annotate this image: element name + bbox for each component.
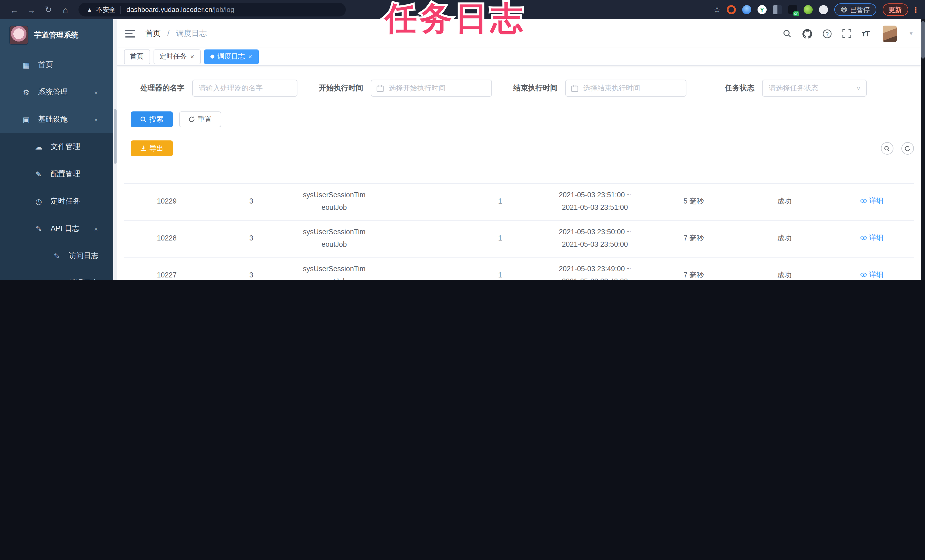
detail-link-label: 详细	[869, 269, 883, 280]
cell-actions: 详细	[830, 220, 914, 257]
back-icon[interactable]: ←	[6, 5, 23, 15]
browser-menu-icon[interactable]: ⋮	[912, 5, 919, 14]
filter-input[interactable]	[565, 80, 686, 97]
cell-log-id: 10229	[124, 183, 210, 220]
filter-text-input[interactable]	[767, 84, 854, 93]
tab-label: 调度日志	[217, 52, 245, 62]
cell-actions: 详细	[830, 183, 914, 220]
address-bar[interactable]: ▲ 不安全 dashboard.yudao.iocoder.cn /job/lo…	[78, 3, 346, 17]
filter-input[interactable]: ∨	[762, 80, 866, 97]
sidebar-scrollbar[interactable]	[113, 20, 117, 280]
reload-icon[interactable]: ↻	[40, 5, 57, 15]
page-scrollbar-thumb[interactable]	[921, 21, 924, 59]
sidebar-item[interactable]: ✎ 配置管理	[0, 160, 113, 188]
infrastructure-icon: ▣	[22, 115, 31, 123]
update-button[interactable]: 更新	[882, 3, 908, 16]
font-size-icon[interactable]: тT	[862, 29, 869, 38]
table-row: 10227 3 sysUserSessionTim eoutJob 1	[124, 257, 914, 280]
github-icon[interactable]	[802, 29, 812, 39]
detail-link-label: 详细	[869, 195, 883, 207]
bookmark-star-icon[interactable]: ☆	[713, 5, 720, 14]
app-title: 芋道管理系统	[34, 30, 78, 41]
filter-text-input[interactable]	[197, 84, 291, 93]
filter-input[interactable]	[192, 80, 297, 97]
filter-input[interactable]	[371, 80, 492, 97]
page-tab[interactable]: 首页	[124, 49, 150, 64]
sidebar-item[interactable]: ✎ API 日志 ∧	[0, 215, 113, 242]
home-icon[interactable]: ⌂	[57, 5, 74, 15]
sidebar-item[interactable]: ⚙ 系统管理 ∨	[0, 78, 113, 106]
sidebar-item[interactable]: ✎ 错误日志	[0, 269, 113, 280]
page-tab[interactable]: 定时任务 ×	[153, 49, 200, 64]
sidebar-item[interactable]: ▦ 首页	[0, 51, 113, 78]
table-header-row	[124, 164, 914, 183]
browser-toolbar: ← → ↻ ⌂ ▲ 不安全 dashboard.yudao.iocoder.cn…	[0, 0, 925, 20]
sidebar-item-label: 定时任务	[51, 196, 80, 206]
fullscreen-icon[interactable]	[842, 29, 852, 39]
security-label: 不安全	[96, 5, 116, 14]
detail-link[interactable]: 详细	[860, 232, 883, 244]
search-button[interactable]: 搜索	[131, 111, 173, 127]
detail-link[interactable]: 详细	[860, 269, 883, 280]
insecure-warning-icon: ▲	[86, 6, 93, 13]
cell-exec-time: 2021-05-03 23:50:00 ~ 2021-05-03 23:50:0…	[542, 220, 648, 257]
screenshot-root: ← → ↻ ⌂ ▲ 不安全 dashboard.yudao.iocoder.cn…	[0, 0, 925, 280]
cell-task-id: 3	[210, 257, 293, 280]
sidebar-item[interactable]: ☁ 文件管理	[0, 133, 113, 160]
filter-text-input[interactable]	[582, 84, 681, 93]
export-button[interactable]: 导出	[131, 140, 173, 157]
column-header	[830, 164, 914, 183]
help-icon[interactable]: ?	[822, 29, 832, 39]
sidebar-item-label: 配置管理	[51, 169, 80, 179]
paused-pill[interactable]: 😄 已暂停	[834, 3, 876, 16]
sidebar-logo-row[interactable]: 芋道管理系统	[0, 20, 117, 51]
sidebar-menu: ▦ 首页 ⚙ 系统管理 ∨ ▣ 基础设施 ∧ ☁	[0, 51, 113, 280]
tab-bar: 首页 定时任务 × 调度日志 ×	[117, 48, 925, 66]
table-tool-buttons	[881, 142, 914, 155]
column-header	[542, 164, 648, 183]
user-avatar[interactable]	[882, 25, 896, 42]
chevron-icon: ∨	[94, 90, 98, 95]
cell-exec-count: 1	[459, 220, 542, 257]
filter-label: 开始执行时间	[315, 83, 363, 93]
extension-blue-icon[interactable]	[742, 5, 751, 14]
extension-leaf-icon[interactable]	[804, 5, 813, 14]
filter-label: 结束执行时间	[510, 83, 557, 93]
extension-grid-icon[interactable]	[773, 5, 782, 14]
tab-close-icon[interactable]: ×	[190, 53, 194, 60]
browser-toolbar-right: ☆ Y on 😄 已暂停 更新 ⋮	[713, 3, 919, 16]
refresh-button[interactable]	[901, 142, 914, 155]
form-actions: 搜索 重置	[124, 111, 914, 127]
app-logo	[9, 26, 29, 45]
cell-exec-count: 1	[459, 257, 542, 280]
page-scrollbar[interactable]	[921, 20, 925, 280]
page-tab[interactable]: 调度日志 ×	[204, 49, 259, 64]
cell-task-id: 3	[210, 183, 293, 220]
tab-close-icon[interactable]: ×	[248, 53, 252, 60]
hamburger-icon[interactable]	[125, 30, 135, 37]
filter-item: 处理器的名字	[137, 80, 297, 97]
url-host: dashboard.yudao.iocoder.cn	[127, 6, 212, 14]
breadcrumb-home[interactable]: 首页	[145, 29, 161, 38]
sidebar-item[interactable]: ✎ 访问日志	[0, 242, 113, 269]
reset-button[interactable]: 重置	[179, 111, 221, 127]
breadcrumb-current: 调度日志	[176, 29, 207, 38]
filter-item: 结束执行时间	[510, 80, 686, 97]
table-row: 10228 3 sysUserSessionTim eoutJob 1	[124, 220, 914, 257]
filter-text-input[interactable]	[387, 84, 486, 93]
extensions-puzzle-icon[interactable]	[819, 5, 828, 14]
toggle-search-button[interactable]	[881, 142, 893, 155]
url-divider	[120, 6, 121, 14]
extension-y-icon[interactable]: Y	[758, 5, 767, 14]
avatar-caret-icon[interactable]: ▼	[908, 31, 914, 36]
extension-adblock-icon[interactable]	[727, 5, 736, 14]
extension-switch-icon[interactable]: on	[788, 5, 797, 14]
url-path: /job/log	[212, 6, 234, 14]
sidebar-item[interactable]: ◷ 定时任务	[0, 188, 113, 215]
sidebar-item[interactable]: ▣ 基础设施 ∧	[0, 106, 113, 133]
forward-icon[interactable]: →	[23, 5, 40, 15]
sidebar-scrollbar-thumb[interactable]	[113, 109, 116, 164]
cell-status: 成功	[739, 220, 830, 257]
search-icon[interactable]	[782, 29, 792, 39]
detail-link[interactable]: 详细	[860, 195, 883, 207]
